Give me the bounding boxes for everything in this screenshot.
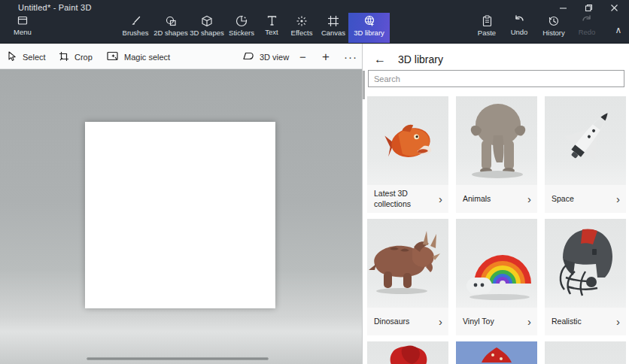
card-vinyl-toy[interactable]: Vinyl Toy › (456, 219, 537, 335)
horizontal-scrollbar[interactable] (87, 357, 269, 360)
card-label-row: Animals › (456, 185, 537, 213)
tab-label: Effects (291, 29, 313, 37)
tab-stickers[interactable]: Stickers (225, 13, 258, 43)
tab-label: Stickers (229, 29, 254, 37)
elephant-model-image (456, 96, 537, 185)
card-label-row: Space › (545, 185, 626, 213)
card-animals[interactable]: Animals › (456, 96, 537, 213)
paste-label: Paste (478, 29, 496, 37)
crop-icon (59, 51, 69, 63)
card-partial-3[interactable] (545, 341, 626, 364)
3d-library-panel: ← 3D library (362, 44, 629, 364)
search-input[interactable] (368, 70, 624, 87)
maximize-button[interactable] (581, 2, 596, 14)
gray-placeholder-model-image (545, 341, 626, 364)
text-icon (266, 15, 278, 26)
2d-shapes-icon (165, 15, 178, 27)
card-partial-1[interactable] (367, 341, 448, 364)
panel-scrollbar[interactable] (363, 71, 365, 99)
panel-header: ← 3D library (363, 44, 629, 68)
minimize-button[interactable] (555, 2, 570, 14)
tab-brushes[interactable]: Brushes (118, 13, 153, 43)
edit-toolbar: Select Crop Magic select 3D view − + ··· (0, 44, 362, 69)
card-space[interactable]: Space › (545, 96, 626, 213)
card-label: Dinosaurs (374, 317, 409, 326)
card-label: Realistic (552, 317, 582, 326)
collapse-ribbon-chevron[interactable]: ∧ (611, 25, 626, 35)
undo-icon (513, 15, 525, 26)
back-arrow-icon[interactable]: ← (374, 53, 386, 65)
tab-label: Brushes (123, 29, 149, 37)
select-tool[interactable]: Select (8, 44, 46, 69)
menu-button[interactable]: Menu (6, 13, 39, 43)
history-label: History (542, 29, 565, 37)
card-label: Vinyl Toy (463, 317, 494, 326)
more-options-button[interactable]: ··· (344, 44, 357, 69)
close-button[interactable] (606, 2, 621, 14)
triceratops-model-image (367, 219, 448, 308)
tab-3d-shapes[interactable]: 3D shapes (189, 13, 225, 43)
tab-label: Canvas (321, 29, 345, 37)
menu-icon (17, 15, 29, 26)
card-label-row: Realistic › (545, 308, 626, 335)
window-title: Untitled* - Paint 3D (18, 3, 92, 12)
undo-button[interactable]: Undo (504, 13, 534, 43)
tab-effects[interactable]: Effects (285, 13, 318, 43)
undo-label: Undo (511, 28, 528, 36)
card-label: Latest 3D collections (374, 189, 430, 208)
tab-label: 3D library (354, 29, 384, 37)
card-label-row: Latest 3D collections › (367, 185, 448, 213)
3d-library-icon (363, 15, 375, 27)
tab-label: Text (265, 28, 278, 36)
window-controls (555, 2, 621, 14)
card-partial-2[interactable] (456, 341, 537, 364)
chevron-right-icon: › (527, 193, 531, 205)
select-cursor-icon (8, 51, 17, 63)
ribbon: Untitled* - Paint 3D (0, 0, 629, 44)
paint3d-window: Untitled* - Paint 3D (0, 0, 629, 364)
space-shuttle-model-image (545, 96, 626, 185)
ribbon-tools-row: Menu Brushes 2D shapes (0, 13, 629, 43)
tab-canvas[interactable]: Canvas (318, 13, 348, 43)
chevron-right-icon: › (616, 315, 620, 328)
redo-button: Redo (572, 13, 602, 43)
orange-fish-model-image (367, 96, 448, 185)
redo-icon (581, 15, 593, 26)
effects-icon (296, 15, 308, 27)
paint-canvas[interactable] (85, 122, 275, 308)
3d-view-toggle[interactable]: 3D view (242, 44, 289, 69)
stickers-icon (235, 15, 248, 27)
card-label: Space (552, 194, 574, 204)
zoom-in-button[interactable]: + (322, 44, 330, 69)
crop-tool[interactable]: Crop (59, 44, 93, 69)
brush-icon (129, 15, 142, 27)
tab-text[interactable]: Text (258, 13, 285, 43)
football-helmet-model-image (545, 219, 626, 308)
tab-label: 3D shapes (190, 29, 223, 37)
tab-label: 2D shapes (153, 29, 187, 37)
canvas-area[interactable] (0, 69, 362, 364)
canvas-icon (327, 15, 339, 27)
history-icon (548, 15, 560, 27)
chevron-right-icon: › (616, 193, 620, 205)
card-dinosaurs[interactable]: Dinosaurs › (367, 219, 448, 335)
magic-select-tool[interactable]: Magic select (107, 44, 170, 69)
panel-title: 3D library (398, 53, 443, 65)
3d-view-icon (242, 51, 254, 62)
paste-button[interactable]: Paste (471, 13, 503, 43)
card-label: Animals (463, 194, 491, 204)
chevron-right-icon: › (439, 193, 442, 205)
redo-label: Redo (579, 28, 596, 36)
rainbow-toy-model-image (456, 219, 537, 308)
chevron-right-icon: › (527, 315, 531, 328)
tab-2d-shapes[interactable]: 2D shapes (153, 13, 189, 43)
select-label: Select (23, 53, 46, 62)
card-label-row: Dinosaurs › (367, 308, 448, 335)
history-button[interactable]: History (537, 13, 570, 43)
tab-3d-library[interactable]: 3D library (348, 13, 390, 43)
3d-view-label: 3D view (260, 53, 289, 62)
3d-shapes-icon (201, 15, 213, 27)
zoom-out-button[interactable]: − (299, 44, 306, 69)
card-realistic[interactable]: Realistic › (545, 219, 626, 335)
card-latest-3d-collections[interactable]: Latest 3D collections › (367, 96, 448, 213)
